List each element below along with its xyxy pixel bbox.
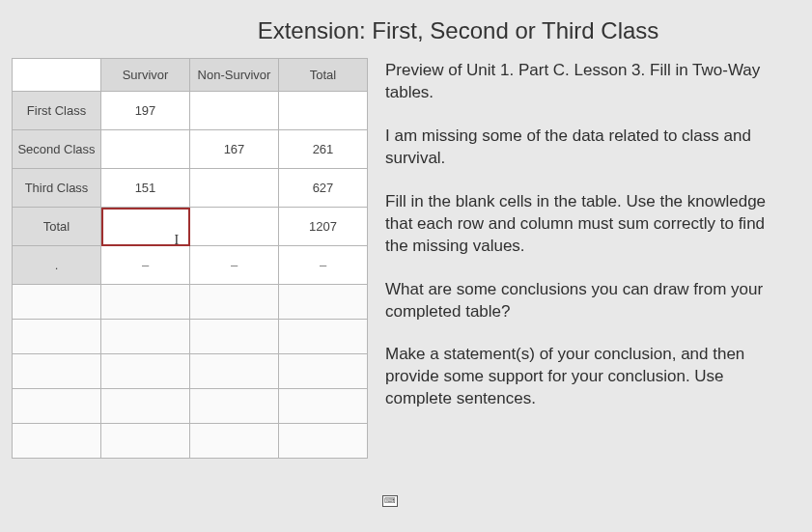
- row-header-total: Total: [13, 208, 101, 246]
- blank-cell[interactable]: [190, 389, 279, 424]
- cell-third-nonsurvivor[interactable]: [190, 169, 279, 208]
- cell-extra-1[interactable]: –: [190, 246, 279, 285]
- blank-cell[interactable]: [13, 424, 101, 459]
- blank-cell[interactable]: [101, 389, 190, 424]
- instructions-panel: Preview of Unit 1. Part C. Lesson 3. Fil…: [385, 58, 789, 459]
- row-header-third: Third Class: [13, 169, 101, 208]
- keyboard-icon[interactable]: ⌨: [382, 495, 398, 507]
- cell-third-total[interactable]: 627: [279, 169, 368, 208]
- paragraph-conclusions: What are some conclusions you can draw f…: [385, 279, 789, 323]
- page-title: Extension: First, Second or Third Class: [12, 17, 789, 44]
- blank-cell[interactable]: [13, 389, 101, 424]
- blank-cell[interactable]: [190, 285, 279, 320]
- row-header-extra: .: [13, 246, 101, 285]
- cell-total-nonsurvivor[interactable]: [190, 208, 279, 246]
- cell-second-survivor[interactable]: [101, 130, 190, 169]
- blank-cell[interactable]: [13, 320, 101, 354]
- blank-cell[interactable]: [13, 285, 101, 320]
- cell-second-nonsurvivor[interactable]: 167: [190, 130, 279, 169]
- row-header-second: Second Class: [13, 130, 101, 169]
- cell-total-survivor[interactable]: I: [101, 208, 190, 246]
- paragraph-statement: Make a statement(s) of your conclusion, …: [385, 344, 789, 410]
- cell-second-total[interactable]: 261: [279, 130, 368, 169]
- paragraph-fillin: Fill in the blank cells in the table. Us…: [385, 191, 789, 258]
- two-way-table: Survivor Non-Survivor Total First Class …: [12, 58, 368, 459]
- blank-cell[interactable]: [279, 389, 368, 424]
- table-corner: [13, 59, 101, 92]
- col-header-nonsurvivor: Non-Survivor: [190, 59, 279, 92]
- cell-first-nonsurvivor[interactable]: [190, 92, 279, 130]
- cell-extra-2[interactable]: –: [279, 246, 368, 285]
- paragraph-preview: Preview of Unit 1. Part C. Lesson 3. Fil…: [385, 60, 789, 104]
- cell-total-total[interactable]: 1207: [279, 208, 368, 246]
- blank-cell[interactable]: [279, 285, 368, 320]
- blank-cell[interactable]: [279, 424, 368, 459]
- blank-cell[interactable]: [13, 354, 101, 389]
- cell-first-survivor[interactable]: 197: [101, 92, 190, 130]
- cell-first-total[interactable]: [279, 92, 368, 130]
- blank-cell[interactable]: [101, 354, 190, 389]
- blank-cell[interactable]: [190, 354, 279, 389]
- row-header-first: First Class: [13, 92, 101, 130]
- cell-extra-0[interactable]: –: [101, 246, 190, 285]
- cell-third-survivor[interactable]: 151: [101, 169, 190, 208]
- blank-cell[interactable]: [101, 285, 190, 320]
- col-header-survivor: Survivor: [101, 59, 190, 92]
- text-cursor-icon: I: [175, 233, 180, 248]
- blank-cell[interactable]: [190, 424, 279, 459]
- paragraph-missing: I am missing some of the data related to…: [385, 126, 789, 170]
- blank-cell[interactable]: [279, 354, 368, 389]
- blank-cell[interactable]: [101, 320, 190, 354]
- blank-cell[interactable]: [101, 424, 190, 459]
- blank-cell[interactable]: [190, 320, 279, 354]
- col-header-total: Total: [279, 59, 368, 92]
- blank-cell[interactable]: [279, 320, 368, 354]
